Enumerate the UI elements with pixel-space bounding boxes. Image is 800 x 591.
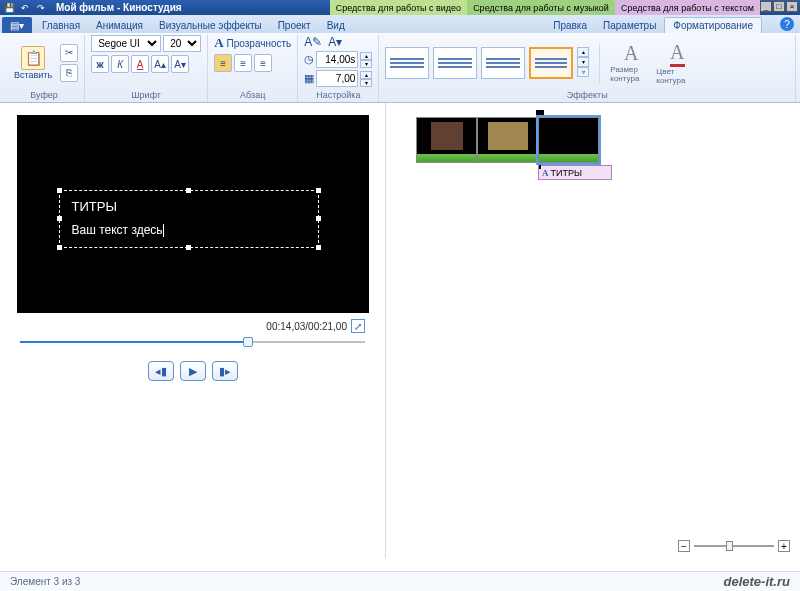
title-bar: 💾 ↶ ↷ Мой фильм - Киностудия Средства дл… xyxy=(0,0,800,15)
qat-undo-icon[interactable]: ↶ xyxy=(18,2,32,14)
group-setup: A✎ A▾ ◷ ▴▾ ▦ ▴▾ Настройка xyxy=(298,35,379,102)
clip-2[interactable] xyxy=(477,117,538,163)
shrink-font-button[interactable]: A▾ xyxy=(171,55,189,73)
play-button[interactable]: ▶ xyxy=(180,361,206,381)
zoom-control: − + xyxy=(678,540,790,552)
tab-home[interactable]: Главная xyxy=(34,17,88,33)
next-frame-button[interactable]: ▮▸ xyxy=(212,361,238,381)
workspace: ТИТРЫ Ваш текст здесь 00:14,03/00:21,00 … xyxy=(0,103,800,558)
caption-title: ТИТРЫ xyxy=(72,199,117,214)
qat-save-icon[interactable]: 💾 xyxy=(2,2,16,14)
ribbon: 📋 Вставить ✂ ⎘ Буфер Segoe UI 20 ж К A A… xyxy=(0,33,800,103)
edit-text-button[interactable]: A✎ xyxy=(304,35,322,49)
context-tabs: Средства для работы с видео Средства для… xyxy=(330,0,760,15)
minimize-button[interactable]: _ xyxy=(760,1,772,12)
ribbon-tabs: ▤▾ Главная Анимация Визуальные эффекты П… xyxy=(0,15,800,33)
align-right-button[interactable]: ≡ xyxy=(254,54,272,72)
start-spinner[interactable]: ▴▾ xyxy=(360,71,372,87)
help-button[interactable]: ? xyxy=(780,17,794,31)
caption-body[interactable]: Ваш текст здесь xyxy=(72,223,164,237)
group-font: Segoe UI 20 ж К A A▴ A▾ Шрифт xyxy=(85,35,208,102)
clip-3-selected[interactable] xyxy=(538,117,599,163)
qat-redo-icon[interactable]: ↷ xyxy=(34,2,48,14)
bg-color-button[interactable]: A▾ xyxy=(328,35,342,49)
maximize-button[interactable]: □ xyxy=(773,1,785,12)
caption-textbox[interactable]: ТИТРЫ Ваш текст здесь xyxy=(59,190,319,248)
zoom-in-button[interactable]: + xyxy=(778,540,790,552)
watermark: delete-it.ru xyxy=(724,574,790,589)
tab-params[interactable]: Параметры xyxy=(595,17,664,33)
transparency-icon: A xyxy=(214,35,223,51)
font-color-button[interactable]: A xyxy=(131,55,149,73)
timeline-track[interactable] xyxy=(416,117,788,163)
effect-3[interactable] xyxy=(481,47,525,79)
playback-controls: ◂▮ ▶ ▮▸ xyxy=(16,361,369,381)
group-paragraph: A Прозрачность ≡ ≡ ≡ Абзац xyxy=(208,35,298,102)
quick-access-toolbar: 💾 ↶ ↷ xyxy=(2,2,48,14)
file-menu-button[interactable]: ▤▾ xyxy=(2,17,32,33)
tab-visual-fx[interactable]: Визуальные эффекты xyxy=(151,17,270,33)
cut-button[interactable]: ✂ xyxy=(60,44,78,62)
duration-icon: ◷ xyxy=(304,53,314,66)
preview-pane: ТИТРЫ Ваш текст здесь 00:14,03/00:21,00 … xyxy=(0,103,385,558)
clip-1[interactable] xyxy=(416,117,477,163)
tab-animation[interactable]: Анимация xyxy=(88,17,151,33)
align-center-button[interactable]: ≡ xyxy=(234,54,252,72)
outline-size-button[interactable]: A Размер контура xyxy=(610,42,652,83)
context-tab-text[interactable]: Средства для работы с текстом xyxy=(615,0,760,15)
window-title: Мой фильм - Киностудия xyxy=(56,2,182,13)
caption-clip[interactable]: ТИТРЫ xyxy=(538,165,612,180)
status-bar: Элемент 3 из 3 delete-it.ru xyxy=(0,571,800,591)
grow-font-button[interactable]: A▴ xyxy=(151,55,169,73)
group-effects: ▴▾▿ A Размер контура A Цвет контура Эффе… xyxy=(379,35,796,102)
start-input[interactable] xyxy=(316,70,358,87)
effects-scroll[interactable]: ▴▾▿ xyxy=(577,47,589,79)
bold-button[interactable]: ж xyxy=(91,55,109,73)
effect-4-selected[interactable] xyxy=(529,47,573,79)
effects-gallery[interactable]: ▴▾▿ xyxy=(385,47,589,79)
group-buffer: 📋 Вставить ✂ ⎘ Буфер xyxy=(4,35,85,102)
outline-size-icon: A xyxy=(624,42,638,65)
align-left-button[interactable]: ≡ xyxy=(214,54,232,72)
tab-project[interactable]: Проект xyxy=(270,17,319,33)
zoom-out-button[interactable]: − xyxy=(678,540,690,552)
video-preview[interactable]: ТИТРЫ Ваш текст здесь xyxy=(17,115,369,313)
zoom-slider[interactable] xyxy=(694,545,774,547)
outline-color-icon: A xyxy=(670,41,684,67)
timecode: 00:14,03/00:21,00 ⤢ xyxy=(16,319,369,333)
copy-button[interactable]: ⎘ xyxy=(60,64,78,82)
duration-spinner[interactable]: ▴▾ xyxy=(360,52,372,68)
context-tab-video[interactable]: Средства для работы с видео xyxy=(330,0,467,15)
paste-button[interactable]: 📋 Вставить xyxy=(10,44,56,82)
prev-frame-button[interactable]: ◂▮ xyxy=(148,361,174,381)
context-tab-music[interactable]: Средства для работы с музыкой xyxy=(467,0,615,15)
tab-edit[interactable]: Правка xyxy=(545,17,595,33)
font-family-select[interactable]: Segoe UI xyxy=(91,35,161,52)
start-icon: ▦ xyxy=(304,72,314,85)
italic-button[interactable]: К xyxy=(111,55,129,73)
transparency-button[interactable]: Прозрачность xyxy=(227,38,292,49)
font-size-select[interactable]: 20 xyxy=(163,35,201,52)
outline-color-button[interactable]: A Цвет контура xyxy=(656,41,698,85)
close-button[interactable]: × xyxy=(786,1,798,12)
timeline-pane: ТИТРЫ − + xyxy=(385,103,800,558)
tab-format[interactable]: Форматирование xyxy=(664,17,762,33)
tab-view[interactable]: Вид xyxy=(319,17,353,33)
fullscreen-button[interactable]: ⤢ xyxy=(351,319,365,333)
window-controls: _ □ × xyxy=(760,1,798,12)
paste-icon: 📋 xyxy=(21,46,45,70)
effect-1[interactable] xyxy=(385,47,429,79)
status-text: Элемент 3 из 3 xyxy=(10,576,80,587)
duration-input[interactable] xyxy=(316,51,358,68)
effect-2[interactable] xyxy=(433,47,477,79)
file-menu-icon: ▤ xyxy=(10,20,19,31)
seek-slider[interactable] xyxy=(20,337,365,347)
